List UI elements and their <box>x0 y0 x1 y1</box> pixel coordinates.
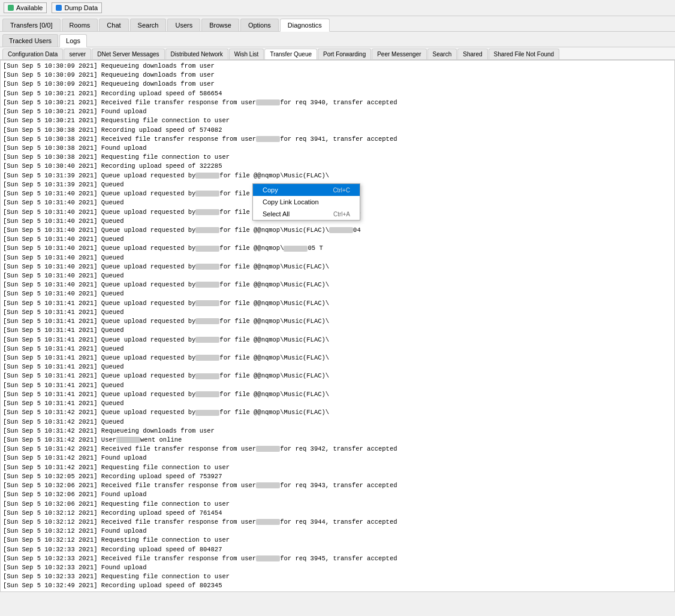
log-line: [Sun Sep 5 10:31:41 2021] Queue upload r… <box>3 372 672 381</box>
log-line: [Sun Sep 5 10:32:33 2021] Found upload <box>3 563 672 572</box>
context-menu-item-select-all[interactable]: Select AllCtrl+A <box>253 208 360 220</box>
log-line: [Sun Sep 5 10:31:41 2021] Queued <box>3 363 672 372</box>
log-line: [Sun Sep 5 10:31:42 2021] Queued <box>3 418 672 427</box>
log-line: [Sun Sep 5 10:31:41 2021] Queue upload r… <box>3 390 672 399</box>
available-icon <box>8 5 14 11</box>
log-line: [Sun Sep 5 10:30:38 2021] Received file … <box>3 135 672 144</box>
context-menu-shortcut: Ctrl+C <box>333 187 350 194</box>
log-line: [Sun Sep 5 10:32:12 2021] Found upload <box>3 527 672 536</box>
log-line: [Sun Sep 5 10:30:21 2021] Received file … <box>3 98 672 107</box>
log-line: [Sun Sep 5 10:31:41 2021] Queued <box>3 345 672 354</box>
log-line: [Sun Sep 5 10:32:12 2021] Recording uplo… <box>3 509 672 518</box>
info-icon <box>56 5 62 11</box>
log-line: [Sun Sep 5 10:31:40 2021] Queue upload r… <box>3 226 672 235</box>
dump-data-button[interactable]: Dump Data <box>52 2 102 13</box>
context-menu-item-label: Copy Link Location <box>263 198 319 206</box>
log-line: [Sun Sep 5 10:30:21 2021] Found upload <box>3 107 672 116</box>
main-tab-users[interactable]: Users <box>167 19 200 31</box>
log-line: [Sun Sep 5 10:32:12 2021] Received file … <box>3 518 672 527</box>
log-line: [Sun Sep 5 10:31:41 2021] Queue upload r… <box>3 354 672 363</box>
log-line: [Sun Sep 5 10:31:42 2021] Requeueing dow… <box>3 427 672 436</box>
log-line: [Sun Sep 5 10:30:38 2021] Requesting fil… <box>3 153 672 162</box>
log-line: [Sun Sep 5 10:30:09 2021] Requeueing dow… <box>3 71 672 80</box>
available-button[interactable]: Available <box>4 2 47 13</box>
log-tab-dnet-server-messages[interactable]: DNet Server Messages <box>92 49 164 59</box>
log-tabs: Configuration DataserverDNet Server Mess… <box>0 47 675 60</box>
log-line: [Sun Sep 5 10:32:06 2021] Requesting fil… <box>3 500 672 509</box>
log-line: [Sun Sep 5 10:30:09 2021] Requeueing dow… <box>3 62 672 71</box>
log-line: [Sun Sep 5 10:32:33 2021] Recording uplo… <box>3 545 672 554</box>
log-line: [Sun Sep 5 10:31:41 2021] Queued <box>3 326 672 335</box>
main-tab-rooms[interactable]: Rooms <box>62 19 98 31</box>
log-line: [Sun Sep 5 10:31:40 2021] Queued <box>3 235 672 244</box>
log-line: [Sun Sep 5 10:32:05 2021] Recording uplo… <box>3 472 672 481</box>
log-tab-server[interactable]: server <box>64 49 91 59</box>
main-tab-diagnostics[interactable]: Diagnostics <box>280 19 330 32</box>
log-line: [Sun Sep 5 10:31:41 2021] Queued <box>3 381 672 390</box>
log-line: [Sun Sep 5 10:31:39 2021] Queue upload r… <box>3 171 672 180</box>
log-line: [Sun Sep 5 10:30:38 2021] Recording uplo… <box>3 126 672 135</box>
log-line: [Sun Sep 5 10:31:42 2021] Found upload <box>3 454 672 463</box>
log-line: [Sun Sep 5 10:31:40 2021] Queue upload r… <box>3 280 672 289</box>
main-tab-search[interactable]: Search <box>130 19 167 31</box>
log-line: [Sun Sep 5 10:31:41 2021] Queue upload r… <box>3 336 672 345</box>
main-tab-browse[interactable]: Browse <box>201 19 239 31</box>
dump-data-label: Dump Data <box>64 4 98 11</box>
sub-tab-tracked-users[interactable]: Tracked Users <box>2 34 58 47</box>
main-tab-chat[interactable]: Chat <box>99 19 128 31</box>
context-menu-item-label: Select All <box>263 210 290 218</box>
context-menu-shortcut: Ctrl+A <box>333 211 350 218</box>
log-content[interactable]: [Sun Sep 5 10:30:09 2021] Requeueing dow… <box>0 60 675 592</box>
log-tab-shared-file-not-found[interactable]: Shared File Not Found <box>489 49 560 59</box>
title-bar: Available Dump Data <box>0 0 675 16</box>
log-line: [Sun Sep 5 10:31:40 2021] Queued <box>3 271 672 280</box>
context-menu-item-copy[interactable]: CopyCtrl+C <box>253 184 360 196</box>
log-line: [Sun Sep 5 10:30:09 2021] Requeueing dow… <box>3 80 672 89</box>
log-line: [Sun Sep 5 10:31:40 2021] Queue upload r… <box>3 262 672 271</box>
log-line: [Sun Sep 5 10:32:33 2021] Requesting fil… <box>3 572 672 581</box>
log-tab-transfer-queue[interactable]: Transfer Queue <box>264 49 317 60</box>
context-menu: CopyCtrl+CCopy Link LocationSelect AllCt… <box>252 183 360 221</box>
log-tab-shared[interactable]: Shared <box>457 49 487 59</box>
log-line: [Sun Sep 5 10:32:33 2021] Received file … <box>3 554 672 563</box>
log-line: [Sun Sep 5 10:31:42 2021] Received file … <box>3 445 672 454</box>
available-label: Available <box>16 4 43 11</box>
log-line: [Sun Sep 5 10:30:38 2021] Found upload <box>3 144 672 153</box>
log-line: [Sun Sep 5 10:31:41 2021] Queue upload r… <box>3 317 672 326</box>
log-tab-wish-list[interactable]: Wish List <box>229 49 264 59</box>
log-line: [Sun Sep 5 10:31:42 2021] Queue upload r… <box>3 408 672 417</box>
context-menu-item-copy-link-location[interactable]: Copy Link Location <box>253 196 360 208</box>
log-tab-configuration-data[interactable]: Configuration Data <box>2 49 63 59</box>
context-menu-item-label: Copy <box>263 186 278 194</box>
log-line: [Sun Sep 5 10:30:40 2021] Recording uplo… <box>3 162 672 171</box>
log-line: [Sun Sep 5 10:31:42 2021] User went onli… <box>3 436 672 445</box>
log-line: [Sun Sep 5 10:32:06 2021] Found upload <box>3 490 672 499</box>
log-line: [Sun Sep 5 10:32:49 2021] Recording uplo… <box>3 581 672 590</box>
log-tab-peer-messenger[interactable]: Peer Messenger <box>372 49 426 59</box>
main-tab-transfers--0-0-[interactable]: Transfers [0/0] <box>2 19 61 31</box>
log-tab-port-forwarding[interactable]: Port Forwarding <box>318 49 371 59</box>
log-line: [Sun Sep 5 10:31:41 2021] Queue upload r… <box>3 299 672 308</box>
main-tab-options[interactable]: Options <box>240 19 279 31</box>
log-line: [Sun Sep 5 10:30:21 2021] Requesting fil… <box>3 116 672 125</box>
sub-tab-logs[interactable]: Logs <box>59 34 87 47</box>
log-tab-search[interactable]: Search <box>427 49 457 59</box>
log-line: [Sun Sep 5 10:31:40 2021] Queue upload r… <box>3 244 672 253</box>
log-line: [Sun Sep 5 10:31:42 2021] Requesting fil… <box>3 463 672 472</box>
log-line: [Sun Sep 5 10:31:41 2021] Queued <box>3 399 672 408</box>
log-line: [Sun Sep 5 10:32:12 2021] Requesting fil… <box>3 536 672 545</box>
log-tab-distributed-network[interactable]: Distributed Network <box>165 49 228 59</box>
log-line: [Sun Sep 5 10:31:40 2021] Queued <box>3 253 672 262</box>
log-line: [Sun Sep 5 10:31:41 2021] Queued <box>3 308 672 317</box>
main-tabs: Transfers [0/0]RoomsChatSearchUsersBrows… <box>0 16 675 32</box>
log-line: [Sun Sep 5 10:32:49 2021] Received file … <box>3 591 672 592</box>
log-line: [Sun Sep 5 10:32:06 2021] Received file … <box>3 481 672 490</box>
log-line: [Sun Sep 5 10:31:40 2021] Queued <box>3 289 672 298</box>
sub-tabs: Tracked UsersLogs <box>0 32 675 47</box>
log-line: [Sun Sep 5 10:30:21 2021] Recording uplo… <box>3 89 672 98</box>
